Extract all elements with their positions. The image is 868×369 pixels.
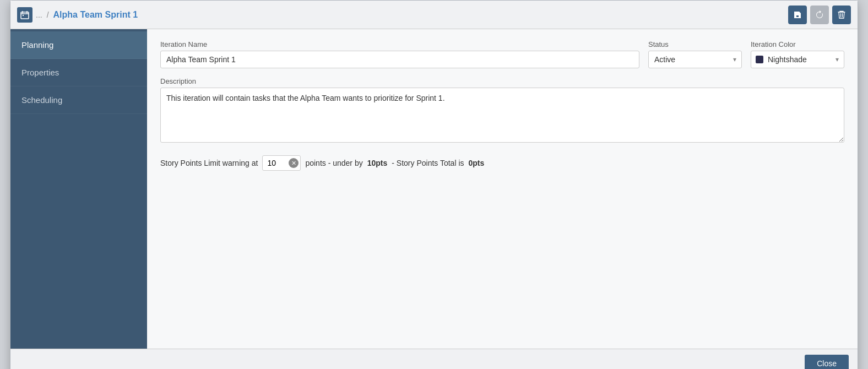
calendar-icon — [17, 7, 32, 23]
story-points-prefix: Story Points Limit warning at — [160, 159, 258, 167]
close-button[interactable]: Close — [805, 355, 849, 369]
svg-rect-4 — [23, 15, 24, 16]
sidebar-item-properties[interactable]: Properties — [10, 59, 147, 86]
iteration-name-input[interactable] — [160, 51, 639, 68]
story-points-suffix: points - under by — [305, 159, 362, 167]
story-points-under-by: 10pts — [367, 159, 388, 167]
iteration-name-field: Iteration Name — [160, 40, 639, 68]
delete-button[interactable] — [832, 6, 851, 24]
breadcrumb-separator: / — [47, 10, 49, 19]
description-textarea[interactable] — [160, 88, 844, 143]
color-select[interactable]: Nightshade Ocean Blue Forest Green Crims… — [751, 51, 844, 68]
iteration-name-label: Iteration Name — [160, 40, 639, 48]
modal-container: ... / Alpha Team Sprint 1 — [10, 0, 858, 369]
color-field: Iteration Color Nightshade Ocean Blue Fo… — [751, 40, 844, 68]
title-bar: ... / Alpha Team Sprint 1 — [10, 1, 858, 29]
sidebar-item-scheduling[interactable]: Scheduling — [10, 86, 147, 114]
story-points-row: Story Points Limit warning at ✕ points -… — [160, 155, 844, 171]
story-points-total-value: 0pts — [469, 159, 485, 167]
title-left: ... / Alpha Team Sprint 1 — [17, 7, 138, 23]
svg-rect-0 — [21, 12, 29, 19]
modal-footer: Close — [10, 349, 858, 369]
sidebar-item-planning[interactable]: Planning — [10, 31, 147, 59]
color-label: Iteration Color — [751, 40, 844, 48]
form-row-top: Iteration Name Status Active Inactive Co… — [160, 40, 844, 68]
color-select-wrapper: Nightshade Ocean Blue Forest Green Crims… — [751, 51, 844, 68]
breadcrumb-ellipsis: ... — [36, 10, 42, 19]
reset-button[interactable] — [810, 6, 829, 24]
modal-body: Planning Properties Scheduling Iteration… — [10, 29, 858, 349]
status-select-wrapper: Active Inactive Completed — [648, 51, 742, 68]
story-points-total-label: - Story Points Total is — [392, 159, 464, 167]
status-select[interactable]: Active Inactive Completed — [648, 51, 742, 68]
title-actions — [788, 6, 851, 24]
description-section: Description — [160, 77, 844, 144]
story-points-input-wrapper: ✕ — [262, 155, 301, 171]
main-content: Iteration Name Status Active Inactive Co… — [147, 29, 858, 349]
status-field: Status Active Inactive Completed — [648, 40, 742, 68]
page-title: Alpha Team Sprint 1 — [53, 10, 138, 20]
sidebar: Planning Properties Scheduling — [10, 29, 147, 349]
save-button[interactable] — [788, 6, 807, 24]
description-label: Description — [160, 77, 844, 85]
status-label: Status — [648, 40, 742, 48]
